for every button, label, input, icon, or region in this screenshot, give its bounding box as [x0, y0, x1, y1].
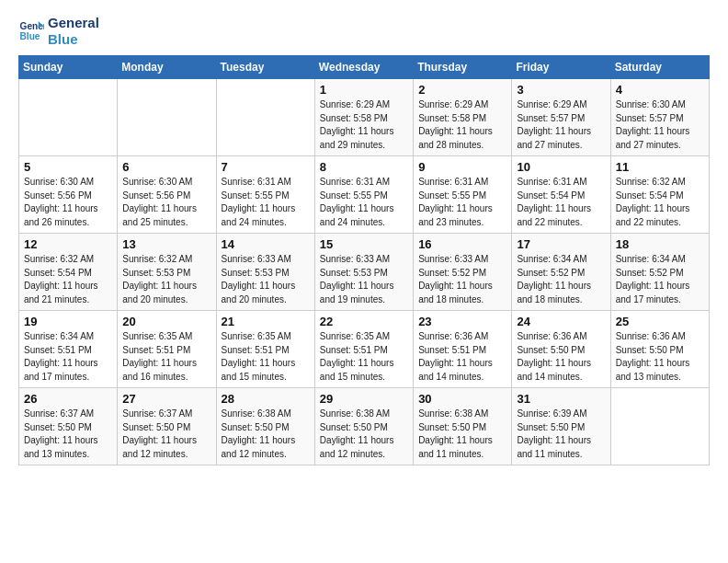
calendar-cell: 24Sunrise: 6:36 AM Sunset: 5:50 PM Dayli… — [512, 311, 610, 388]
day-info: Sunrise: 6:33 AM Sunset: 5:53 PM Dayligh… — [222, 253, 310, 306]
logo-text-line2: Blue — [48, 31, 99, 48]
day-number: 3 — [517, 83, 605, 97]
calendar-cell: 6Sunrise: 6:30 AM Sunset: 5:56 PM Daylig… — [118, 156, 216, 234]
day-number: 15 — [320, 237, 408, 251]
day-info: Sunrise: 6:29 AM Sunset: 5:58 PM Dayligh… — [418, 98, 506, 152]
day-number: 26 — [24, 392, 112, 406]
day-info: Sunrise: 6:29 AM Sunset: 5:58 PM Dayligh… — [320, 98, 408, 152]
calendar-page: General Blue General Blue SundayMondayTu… — [0, 0, 728, 563]
week-row-2: 5Sunrise: 6:30 AM Sunset: 5:56 PM Daylig… — [19, 156, 710, 234]
day-number: 2 — [418, 83, 506, 97]
calendar-cell: 17Sunrise: 6:34 AM Sunset: 5:52 PM Dayli… — [512, 234, 610, 311]
calendar-cell: 26Sunrise: 6:37 AM Sunset: 5:50 PM Dayli… — [19, 388, 118, 465]
week-row-5: 26Sunrise: 6:37 AM Sunset: 5:50 PM Dayli… — [19, 388, 710, 465]
calendar-cell — [216, 79, 314, 156]
day-info: Sunrise: 6:31 AM Sunset: 5:55 PM Dayligh… — [222, 176, 310, 229]
calendar-cell: 15Sunrise: 6:33 AM Sunset: 5:53 PM Dayli… — [314, 234, 413, 311]
calendar-cell: 18Sunrise: 6:34 AM Sunset: 5:52 PM Dayli… — [610, 234, 709, 311]
weekday-header-friday: Friday — [512, 56, 610, 79]
day-info: Sunrise: 6:34 AM Sunset: 5:52 PM Dayligh… — [517, 253, 605, 306]
day-info: Sunrise: 6:32 AM Sunset: 5:53 PM Dayligh… — [122, 253, 210, 306]
calendar-cell: 14Sunrise: 6:33 AM Sunset: 5:53 PM Dayli… — [216, 234, 314, 311]
day-number: 31 — [517, 392, 605, 406]
day-number: 1 — [320, 83, 408, 97]
calendar-cell — [610, 388, 709, 465]
logo-icon: General Blue — [18, 18, 44, 44]
header: General Blue General Blue — [18, 15, 710, 48]
day-number: 19 — [24, 315, 112, 328]
calendar-cell: 29Sunrise: 6:38 AM Sunset: 5:50 PM Dayli… — [314, 388, 413, 465]
calendar-table: SundayMondayTuesdayWednesdayThursdayFrid… — [18, 55, 710, 465]
day-info: Sunrise: 6:31 AM Sunset: 5:55 PM Dayligh… — [320, 176, 408, 229]
calendar-cell: 22Sunrise: 6:35 AM Sunset: 5:51 PM Dayli… — [314, 311, 413, 388]
weekday-header-saturday: Saturday — [610, 56, 709, 79]
calendar-cell: 13Sunrise: 6:32 AM Sunset: 5:53 PM Dayli… — [118, 234, 216, 311]
day-info: Sunrise: 6:32 AM Sunset: 5:54 PM Dayligh… — [616, 176, 704, 229]
day-info: Sunrise: 6:37 AM Sunset: 5:50 PM Dayligh… — [122, 408, 210, 461]
calendar-cell: 1Sunrise: 6:29 AM Sunset: 5:58 PM Daylig… — [314, 79, 413, 156]
weekday-header-thursday: Thursday — [414, 56, 512, 79]
calendar-cell: 25Sunrise: 6:36 AM Sunset: 5:50 PM Dayli… — [610, 311, 709, 388]
logo-text-line1: General — [48, 15, 99, 31]
calendar-cell: 11Sunrise: 6:32 AM Sunset: 5:54 PM Dayli… — [610, 156, 709, 234]
day-info: Sunrise: 6:36 AM Sunset: 5:50 PM Dayligh… — [616, 330, 704, 384]
weekday-header-tuesday: Tuesday — [216, 56, 314, 79]
day-number: 4 — [616, 83, 704, 97]
day-info: Sunrise: 6:36 AM Sunset: 5:50 PM Dayligh… — [517, 330, 605, 384]
calendar-cell: 27Sunrise: 6:37 AM Sunset: 5:50 PM Dayli… — [118, 388, 216, 465]
calendar-cell: 2Sunrise: 6:29 AM Sunset: 5:58 PM Daylig… — [414, 79, 512, 156]
calendar-cell: 16Sunrise: 6:33 AM Sunset: 5:52 PM Dayli… — [414, 234, 512, 311]
day-info: Sunrise: 6:29 AM Sunset: 5:57 PM Dayligh… — [517, 98, 605, 152]
day-number: 27 — [122, 392, 210, 406]
week-row-1: 1Sunrise: 6:29 AM Sunset: 5:58 PM Daylig… — [19, 79, 710, 156]
svg-text:Blue: Blue — [20, 31, 40, 41]
day-number: 23 — [418, 315, 506, 328]
weekday-header-sunday: Sunday — [19, 56, 118, 79]
day-info: Sunrise: 6:36 AM Sunset: 5:51 PM Dayligh… — [418, 330, 506, 384]
day-number: 29 — [320, 392, 408, 406]
day-info: Sunrise: 6:39 AM Sunset: 5:50 PM Dayligh… — [517, 408, 605, 461]
day-info: Sunrise: 6:31 AM Sunset: 5:55 PM Dayligh… — [418, 176, 506, 229]
day-info: Sunrise: 6:34 AM Sunset: 5:51 PM Dayligh… — [24, 330, 112, 384]
calendar-cell: 21Sunrise: 6:35 AM Sunset: 5:51 PM Dayli… — [216, 311, 314, 388]
day-info: Sunrise: 6:31 AM Sunset: 5:54 PM Dayligh… — [517, 176, 605, 229]
calendar-cell: 30Sunrise: 6:38 AM Sunset: 5:50 PM Dayli… — [414, 388, 512, 465]
day-info: Sunrise: 6:38 AM Sunset: 5:50 PM Dayligh… — [418, 408, 506, 461]
day-number: 14 — [222, 237, 310, 251]
calendar-cell: 9Sunrise: 6:31 AM Sunset: 5:55 PM Daylig… — [414, 156, 512, 234]
logo: General Blue General Blue — [18, 15, 99, 48]
weekday-header-row: SundayMondayTuesdayWednesdayThursdayFrid… — [19, 56, 710, 79]
day-info: Sunrise: 6:32 AM Sunset: 5:54 PM Dayligh… — [24, 253, 112, 306]
calendar-cell: 4Sunrise: 6:30 AM Sunset: 5:57 PM Daylig… — [610, 79, 709, 156]
calendar-cell: 8Sunrise: 6:31 AM Sunset: 5:55 PM Daylig… — [314, 156, 413, 234]
day-info: Sunrise: 6:35 AM Sunset: 5:51 PM Dayligh… — [320, 330, 408, 384]
day-info: Sunrise: 6:34 AM Sunset: 5:52 PM Dayligh… — [616, 253, 704, 306]
day-number: 7 — [222, 160, 310, 174]
calendar-cell: 7Sunrise: 6:31 AM Sunset: 5:55 PM Daylig… — [216, 156, 314, 234]
day-number: 5 — [24, 160, 112, 174]
day-info: Sunrise: 6:38 AM Sunset: 5:50 PM Dayligh… — [222, 408, 310, 461]
day-info: Sunrise: 6:30 AM Sunset: 5:56 PM Dayligh… — [122, 176, 210, 229]
day-info: Sunrise: 6:38 AM Sunset: 5:50 PM Dayligh… — [320, 408, 408, 461]
day-number: 20 — [122, 315, 210, 328]
day-number: 21 — [222, 315, 310, 328]
day-number: 30 — [418, 392, 506, 406]
calendar-cell: 20Sunrise: 6:35 AM Sunset: 5:51 PM Dayli… — [118, 311, 216, 388]
week-row-4: 19Sunrise: 6:34 AM Sunset: 5:51 PM Dayli… — [19, 311, 710, 388]
day-number: 17 — [517, 237, 605, 251]
weekday-header-monday: Monday — [118, 56, 216, 79]
day-number: 18 — [616, 237, 704, 251]
calendar-cell: 31Sunrise: 6:39 AM Sunset: 5:50 PM Dayli… — [512, 388, 610, 465]
day-info: Sunrise: 6:35 AM Sunset: 5:51 PM Dayligh… — [222, 330, 310, 384]
day-number: 13 — [122, 237, 210, 251]
calendar-cell — [118, 79, 216, 156]
day-number: 6 — [122, 160, 210, 174]
week-row-3: 12Sunrise: 6:32 AM Sunset: 5:54 PM Dayli… — [19, 234, 710, 311]
day-number: 10 — [517, 160, 605, 174]
calendar-cell — [19, 79, 118, 156]
day-number: 24 — [517, 315, 605, 328]
calendar-cell: 5Sunrise: 6:30 AM Sunset: 5:56 PM Daylig… — [19, 156, 118, 234]
day-number: 12 — [24, 237, 112, 251]
day-info: Sunrise: 6:33 AM Sunset: 5:53 PM Dayligh… — [320, 253, 408, 306]
calendar-cell: 12Sunrise: 6:32 AM Sunset: 5:54 PM Dayli… — [19, 234, 118, 311]
